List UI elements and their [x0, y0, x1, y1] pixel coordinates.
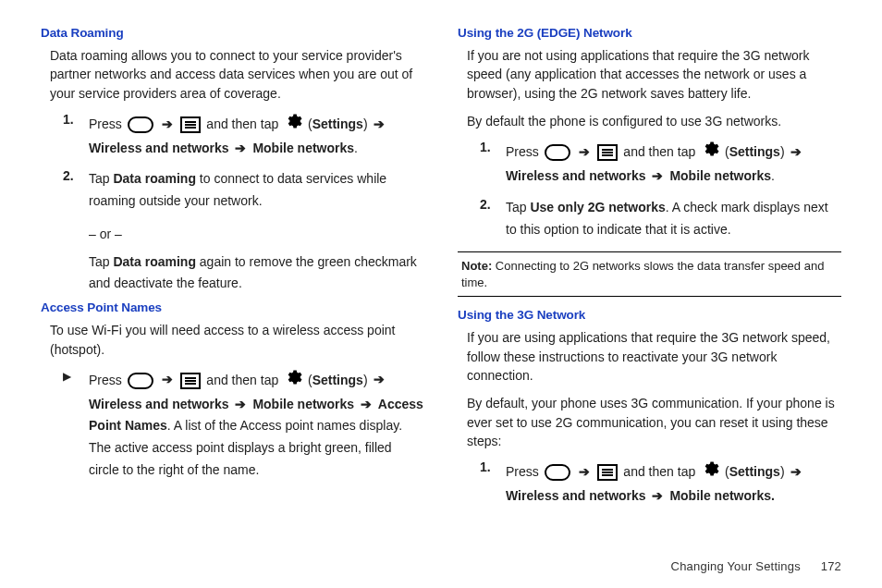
mobile-label: Mobile networks. — [669, 488, 775, 503]
settings-label: Settings — [312, 116, 363, 131]
text: Press — [89, 116, 122, 131]
settings-label: Settings — [729, 464, 780, 479]
arrow-icon: ➔ — [374, 372, 385, 386]
settings-label: Settings — [729, 144, 780, 159]
bullet-icon: ▶ — [57, 368, 89, 482]
mobile-label: Mobile networks — [252, 397, 354, 411]
home-button-icon — [545, 464, 570, 481]
step-text: Tap Data roaming to connect to data serv… — [89, 168, 424, 213]
arrow-icon: ➔ — [652, 168, 663, 183]
gear-icon — [284, 368, 302, 394]
wireless-label: Wireless and networks — [89, 141, 229, 155]
step-row: 1. Press ➔ and then tap (Settings) ➔ Wir… — [474, 140, 841, 188]
heading-data-roaming: Data Roaming — [41, 26, 424, 40]
text: and then tap — [206, 372, 278, 386]
page-columns: Data Roaming Data roaming allows you to … — [41, 26, 841, 519]
or-separator: – or – — [89, 224, 424, 244]
step-row: 2. Tap Use only 2G networks. A check mar… — [474, 197, 841, 241]
settings-label: Settings — [312, 372, 363, 386]
menu-button-icon — [597, 144, 618, 161]
wireless-label: Wireless and networks — [506, 168, 646, 183]
step-text: Tap Use only 2G networks. A check mark d… — [506, 197, 841, 241]
menu-button-icon — [180, 373, 201, 389]
g3-steps: 1. Press ➔ and then tap (Settings) ➔ Wir… — [474, 459, 841, 508]
text: and then tap — [623, 464, 695, 479]
mobile-label: Mobile networks — [669, 168, 771, 183]
data-roaming-label: Data roaming — [113, 254, 195, 269]
left-column: Data Roaming Data roaming allows you to … — [41, 26, 424, 519]
step-number: 2. — [57, 168, 89, 213]
note-label: Note: — [461, 259, 492, 273]
wireless-label: Wireless and networks — [506, 488, 646, 503]
step-number: 2. — [474, 197, 506, 241]
g3-intro: If you are using applications that requi… — [458, 328, 841, 385]
page-number: 172 — [821, 559, 841, 573]
home-button-icon — [545, 144, 570, 161]
step-continuation: Tap Data roaming again to remove the gre… — [89, 251, 424, 293]
edge-default: By default the phone is configured to us… — [458, 112, 841, 130]
step-number: 1. — [474, 459, 506, 508]
arrow-icon: ➔ — [235, 141, 246, 155]
heading-3g: Using the 3G Network — [458, 308, 841, 322]
home-button-icon — [128, 373, 153, 389]
arrow-icon: ➔ — [235, 397, 246, 411]
note-block: Note: Connecting to 2G networks slows th… — [458, 251, 841, 297]
note-text: Connecting to 2G networks slows the data… — [461, 259, 824, 289]
right-column: Using the 2G (EDGE) Network If you are n… — [458, 26, 841, 519]
step-text: Press ➔ and then tap (Settings) ➔ Wirele… — [89, 368, 424, 482]
menu-button-icon — [180, 116, 201, 133]
page-footer: Changing Your Settings 172 — [671, 559, 841, 573]
edge-intro: If you are not using applications that r… — [458, 46, 841, 103]
edge-steps: 1. Press ➔ and then tap (Settings) ➔ Wir… — [474, 140, 841, 240]
heading-2g: Using the 2G (EDGE) Network — [458, 26, 841, 40]
step-row: 2. Tap Data roaming to connect to data s… — [57, 168, 424, 213]
wireless-label: Wireless and networks — [89, 397, 229, 411]
gear-icon — [284, 112, 302, 138]
step-number: 1. — [474, 140, 506, 188]
text: Tap — [89, 254, 110, 269]
heading-apn: Access Point Names — [41, 300, 424, 314]
mobile-label: Mobile networks — [252, 141, 354, 155]
text: Tap — [89, 171, 110, 186]
menu-button-icon — [597, 464, 618, 481]
home-button-icon — [128, 116, 153, 133]
arrow-icon: ➔ — [790, 144, 802, 159]
arrow-icon: ➔ — [374, 116, 385, 131]
step-row: 1. Press ➔ and then tap (Settings) ➔ Wir… — [474, 459, 841, 508]
step-row: 1. Press ➔ and then tap (Settings) ➔ Wir… — [57, 112, 424, 160]
text: Press — [89, 372, 122, 386]
arrow-icon: ➔ — [579, 144, 590, 159]
use-2g-label: Use only 2G networks — [530, 200, 665, 214]
arrow-icon: ➔ — [162, 116, 173, 131]
gear-icon — [701, 140, 719, 165]
step-text: Press ➔ and then tap (Settings) ➔ Wirele… — [506, 140, 841, 188]
arrow-icon: ➔ — [579, 464, 590, 479]
arrow-icon: ➔ — [652, 488, 663, 503]
step-number: 1. — [57, 112, 89, 160]
arrow-icon: ➔ — [361, 397, 372, 411]
text: Press — [506, 464, 539, 479]
apn-intro: To use Wi-Fi you will need access to a w… — [41, 321, 424, 359]
step-text: Press ➔ and then tap (Settings) ➔ Wirele… — [506, 459, 841, 508]
arrow-icon: ➔ — [790, 464, 802, 479]
data-roaming-steps: 1. Press ➔ and then tap (Settings) ➔ Wir… — [57, 112, 424, 213]
g3-default: By default, your phone uses 3G communica… — [458, 394, 841, 450]
step-text: Press ➔ and then tap (Settings) ➔ Wirele… — [89, 112, 424, 160]
text: and then tap — [623, 144, 695, 159]
arrow-icon: ➔ — [162, 372, 173, 386]
apn-bullet-row: ▶ Press ➔ and then tap (Settings) ➔ Wire… — [57, 368, 424, 482]
gear-icon — [701, 459, 719, 485]
text: Press — [506, 144, 539, 159]
text: Tap — [506, 200, 527, 214]
footer-section: Changing Your Settings — [671, 559, 801, 573]
text: and then tap — [206, 116, 278, 131]
data-roaming-label: Data roaming — [113, 171, 195, 186]
data-roaming-intro: Data roaming allows you to connect to yo… — [41, 46, 424, 103]
